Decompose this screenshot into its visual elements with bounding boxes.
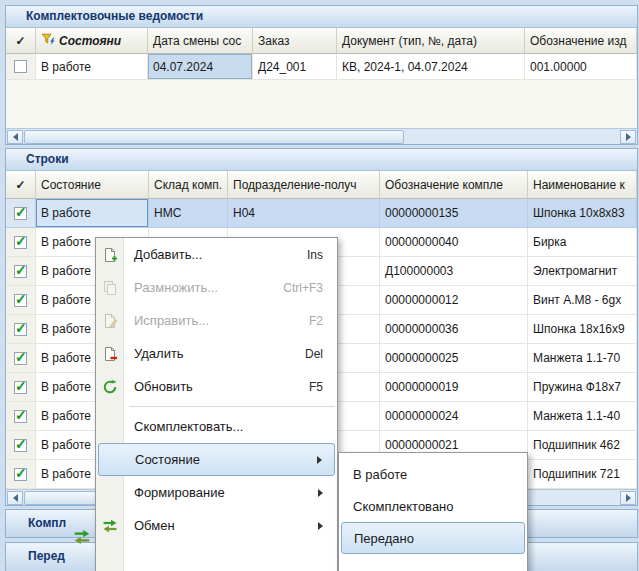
panel-title-stroki: Строки xyxy=(6,149,637,171)
column-header-date[interactable]: Дата смены сос xyxy=(148,28,253,54)
cell-designation[interactable]: Д100000003 xyxy=(380,257,528,286)
row-check-cell[interactable] xyxy=(6,373,36,402)
exchange-icon xyxy=(102,518,118,534)
scroll-right-button[interactable] xyxy=(620,130,636,144)
table-row[interactable]: В работе НМС Н04 00000000135 Шпонка 10x8… xyxy=(6,199,637,228)
arrow-left-icon xyxy=(13,494,18,502)
row-checkbox[interactable] xyxy=(14,236,27,249)
scroll-left-button[interactable] xyxy=(7,491,23,505)
column-header-order[interactable]: Заказ xyxy=(253,28,337,54)
menu-item-label: Обновить xyxy=(134,379,193,394)
column-header-designation[interactable]: Обозначение компле xyxy=(380,171,528,199)
cell-designation[interactable]: 001.00000 xyxy=(525,54,637,80)
hscrollbar-vedomosti[interactable] xyxy=(6,128,637,144)
column-header-department[interactable]: Подразделение-получ xyxy=(228,171,380,199)
column-header-designation[interactable]: Обозначение изд xyxy=(525,28,637,54)
scroll-thumb[interactable] xyxy=(24,130,404,144)
cell-designation[interactable]: 00000000019 xyxy=(380,373,528,402)
state-submenu: В работе Скомплектовано Передано xyxy=(338,452,528,571)
row-checkbox[interactable] xyxy=(14,352,27,365)
panel-title-vedomosti: Комплектовочные ведомости xyxy=(6,6,637,28)
row-check-cell[interactable] xyxy=(6,199,36,228)
context-menu: Добавить... Ins Размножить... Ctrl+F3 Ис… xyxy=(95,237,338,571)
vedomosti-header-row: ✓ Состояни Дата смены сос Заказ Документ… xyxy=(6,28,637,54)
column-header-warehouse[interactable]: Склад комп. xyxy=(149,171,228,199)
cell-name[interactable]: Шпонка 18x16x9 xyxy=(528,315,637,344)
menu-item-shortcut: Ins xyxy=(307,248,323,262)
column-header-doc[interactable]: Документ (тип, №, дата) xyxy=(337,28,525,54)
submenu-item-peredano[interactable]: Передано xyxy=(341,522,525,554)
column-header-state[interactable]: Состояние xyxy=(36,171,149,199)
row-checkbox[interactable] xyxy=(14,439,27,452)
row-check-cell[interactable] xyxy=(6,257,36,286)
cell-designation[interactable]: 00000000012 xyxy=(380,286,528,315)
row-checkbox[interactable] xyxy=(14,381,27,394)
row-checkbox[interactable] xyxy=(14,60,27,73)
column-header-check[interactable]: ✓ xyxy=(6,28,36,54)
row-checkbox[interactable] xyxy=(14,207,27,220)
grid-empty-area xyxy=(6,80,637,128)
cell-designation[interactable]: 00000000024 xyxy=(380,402,528,431)
menu-item-add[interactable]: Добавить... Ins xyxy=(96,238,337,271)
exchange-icon xyxy=(73,528,91,546)
row-check-cell[interactable] xyxy=(6,402,36,431)
cell-name[interactable]: Манжета 1.1-40 xyxy=(528,402,637,431)
cell-state[interactable]: В работе xyxy=(36,199,149,228)
cell-name[interactable]: Винт А.М8 - 6gx xyxy=(528,286,637,315)
row-checkbox[interactable] xyxy=(14,294,27,307)
cell-name[interactable]: Подшипник 462 xyxy=(528,431,637,460)
menu-item-formirovanie[interactable]: Формирование xyxy=(96,476,337,509)
row-check-cell[interactable] xyxy=(6,54,36,80)
menu-item-duplicate[interactable]: Размножить... Ctrl+F3 xyxy=(96,271,337,304)
column-header-name[interactable]: Наименование к xyxy=(528,171,637,199)
cell-name[interactable]: Бирка xyxy=(528,228,637,257)
menu-item-delete[interactable]: Удалить Del xyxy=(96,337,337,370)
filter-icon xyxy=(41,32,55,49)
cell-name[interactable]: Манжета 1.1-70 xyxy=(528,344,637,373)
cell-name[interactable]: Пружина Ф18х7 xyxy=(528,373,637,402)
row-check-cell[interactable] xyxy=(6,431,36,460)
submenu-item-v-rabote[interactable]: В работе xyxy=(339,458,527,490)
cell-designation[interactable]: 00000000036 xyxy=(380,315,528,344)
row-check-cell[interactable] xyxy=(6,286,36,315)
column-header-state[interactable]: Состояни xyxy=(36,28,148,54)
cell-name[interactable]: Электромагнит xyxy=(528,257,637,286)
cell-state[interactable]: В работе xyxy=(36,54,148,80)
menu-item-label: Размножить... xyxy=(134,280,218,295)
row-checkbox[interactable] xyxy=(14,468,27,481)
cell-designation[interactable]: 00000000025 xyxy=(380,344,528,373)
scroll-right-button[interactable] xyxy=(620,491,636,505)
column-header-check[interactable]: ✓ xyxy=(6,171,36,199)
menu-separator xyxy=(129,406,335,407)
vedomosti-row[interactable]: В работе 04.07.2024 Д24_001 КВ, 2024-1, … xyxy=(6,54,637,80)
row-checkbox[interactable] xyxy=(14,323,27,336)
row-checkbox[interactable] xyxy=(14,410,27,423)
cell-name[interactable]: Подшипник 721 xyxy=(528,460,637,489)
cell-date[interactable]: 04.07.2024 xyxy=(148,54,253,80)
menu-item-sostoyanie[interactable]: Состояние xyxy=(98,443,335,476)
cell-department[interactable]: Н04 xyxy=(228,199,380,228)
menu-item-refresh[interactable]: Обновить F5 xyxy=(96,370,337,403)
cell-order[interactable]: Д24_001 xyxy=(253,54,337,80)
menu-item-label: Состояние xyxy=(135,452,200,467)
cell-name[interactable]: Шпонка 10x8x83 xyxy=(528,199,637,228)
row-check-cell[interactable] xyxy=(6,460,36,489)
scroll-left-button[interactable] xyxy=(7,130,23,144)
row-checkbox[interactable] xyxy=(14,265,27,278)
submenu-arrow-icon xyxy=(318,489,323,497)
cell-designation[interactable]: 00000000040 xyxy=(380,228,528,257)
cell-designation[interactable]: 00000000135 xyxy=(380,199,528,228)
row-check-cell[interactable] xyxy=(6,315,36,344)
refresh-icon xyxy=(102,379,118,395)
menu-item-skomplektovat[interactable]: Скомплектовать... xyxy=(96,410,337,443)
edit-document-icon xyxy=(102,313,118,329)
menu-item-obmen[interactable]: Обмен xyxy=(96,509,337,542)
submenu-item-skomplektovano[interactable]: Скомплектовано xyxy=(339,490,527,522)
cell-warehouse[interactable]: НМС xyxy=(149,199,228,228)
submenu-item-label: В работе xyxy=(353,467,407,482)
row-check-cell[interactable] xyxy=(6,228,36,257)
panel-vedomosti: Комплектовочные ведомости ✓ Состояни Дат… xyxy=(5,5,638,145)
row-check-cell[interactable] xyxy=(6,344,36,373)
cell-doc[interactable]: КВ, 2024-1, 04.07.2024 xyxy=(337,54,525,80)
menu-item-edit[interactable]: Исправить... F2 xyxy=(96,304,337,337)
